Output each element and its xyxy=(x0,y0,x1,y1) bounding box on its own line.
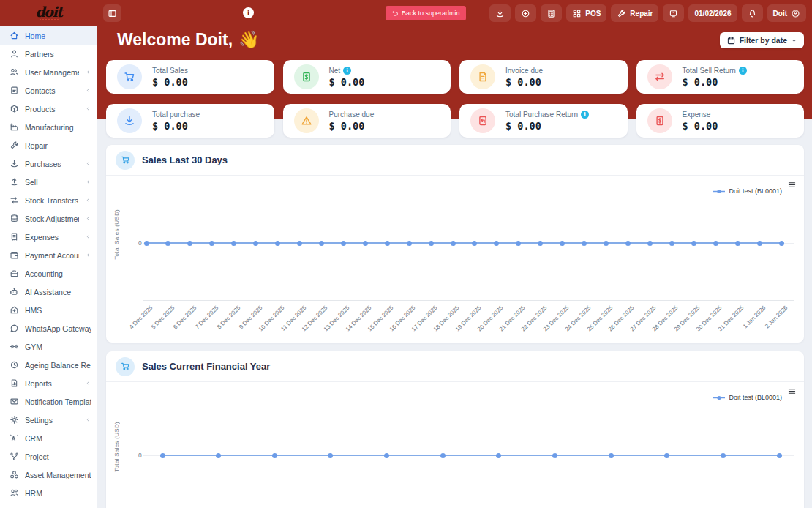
sidebar-item-hrm[interactable]: HRM xyxy=(0,484,97,502)
chevron-left-icon xyxy=(85,252,91,258)
dashboard-page: doit i Back to superadmin POS Repair 01/… xyxy=(0,0,812,508)
gym-icon xyxy=(10,342,19,351)
register-icon xyxy=(669,9,678,18)
data-point xyxy=(604,241,609,246)
sidebar-item-contacts[interactable]: Contacts xyxy=(0,81,97,100)
stat-value: $ 0.00 xyxy=(683,76,747,88)
chevron-left-icon xyxy=(85,69,91,75)
sidebar-item-notification-templates[interactable]: Notification Templates xyxy=(0,392,97,411)
sidebar-item-label: User Management xyxy=(25,68,79,77)
pos-button[interactable]: POS xyxy=(566,4,606,22)
sidebar-item-label: Stock Adjustment xyxy=(25,214,79,223)
calculator-button[interactable] xyxy=(541,4,562,22)
stat-label: Total purchase xyxy=(152,111,200,119)
chart-title: Sales Last 30 Days xyxy=(142,154,228,165)
sidebar-item-label: Contacts xyxy=(25,86,79,95)
x-axis-tick-label: 1 Jan 2026 xyxy=(742,305,767,329)
register-button[interactable] xyxy=(663,4,684,22)
sidebar-item-hms[interactable]: HMS xyxy=(0,301,97,319)
user-menu-button[interactable]: Doit xyxy=(767,4,806,22)
y-axis-tick: 0 xyxy=(138,239,142,247)
chart-card-sales-current-financial-year: Sales Current Financial YearDoit test (B… xyxy=(106,351,804,508)
download-button[interactable] xyxy=(489,4,511,22)
data-point xyxy=(253,241,258,246)
data-point xyxy=(735,241,740,246)
data-point xyxy=(494,241,499,246)
chart-legend[interactable]: Doit test (BL0001) xyxy=(713,187,782,195)
data-point xyxy=(165,241,170,246)
sidebar-item-products[interactable]: Products xyxy=(0,100,97,118)
robot-icon xyxy=(10,287,19,296)
sidebar-item-ai-assistance[interactable]: AI Assistance xyxy=(0,283,97,301)
sidebar-item-whatsapp-gateway[interactable]: WhatsApp Gateway xyxy=(0,319,97,337)
sidebar-item-partners[interactable]: Partners xyxy=(0,45,97,63)
info-icon[interactable]: i xyxy=(581,111,589,119)
chevron-left-icon xyxy=(85,105,91,112)
sidebar-toggle-button[interactable] xyxy=(103,4,121,22)
money-doc-icon xyxy=(294,64,319,89)
info-icon[interactable]: i xyxy=(243,7,254,18)
chart-menu-icon[interactable] xyxy=(787,386,797,396)
sidebar-item-home[interactable]: Home xyxy=(0,26,97,45)
sidebar-item-stock-adjustment[interactable]: Stock Adjustment xyxy=(0,209,97,228)
filter-by-date-button[interactable]: Filter by date xyxy=(720,32,804,48)
sidebar-item-payment-accounts[interactable]: Payment Accounts xyxy=(0,246,97,264)
sidebar-item-settings[interactable]: Settings xyxy=(0,411,97,429)
stat-value: $ 0.00 xyxy=(505,120,589,132)
sidebar-item-purchases[interactable]: Purchases xyxy=(0,154,97,173)
info-icon[interactable]: i xyxy=(739,67,747,75)
sidebar-item-accounting[interactable]: Accounting xyxy=(0,264,97,283)
data-point xyxy=(779,241,784,246)
stat-label: Total Sell Return xyxy=(683,67,736,75)
chevron-left-icon xyxy=(85,380,91,386)
sidebar-item-stock-transfers[interactable]: Stock Transfers xyxy=(0,191,97,209)
app-logo[interactable]: doit xyxy=(0,0,97,26)
sidebar-item-manufacturing[interactable]: Manufacturing xyxy=(0,118,97,136)
chart-menu-icon[interactable] xyxy=(787,180,797,190)
data-point xyxy=(328,453,333,458)
logo-text: doit xyxy=(36,6,62,18)
sidebar-item-gym[interactable]: GYM xyxy=(0,337,97,356)
hrm-icon xyxy=(10,488,19,498)
repair-button[interactable]: Repair xyxy=(611,4,658,22)
chart-legend[interactable]: Doit test (BL0001) xyxy=(713,394,782,401)
add-button[interactable] xyxy=(515,4,536,22)
topbar-actions: POS Repair 01/02/2026 Doit xyxy=(489,4,806,22)
sidebar-item-label: Asset Management xyxy=(25,471,91,479)
stat-label: Purchase due xyxy=(329,111,375,119)
briefcase-icon xyxy=(10,269,19,278)
data-point xyxy=(231,241,236,246)
data-point xyxy=(275,241,280,246)
contact-icon xyxy=(10,86,19,95)
sidebar-item-repair[interactable]: Repair xyxy=(0,136,97,154)
sidebar-item-project[interactable]: Project xyxy=(0,447,97,466)
project-icon xyxy=(10,452,19,461)
wrench-icon xyxy=(10,141,19,150)
stat-card-invoice-due: Invoice due$ 0.00 xyxy=(459,60,628,94)
download-icon xyxy=(495,9,505,18)
sidebar-item-expenses[interactable]: Expenses xyxy=(0,228,97,246)
welcome-text: Welcome Doit, xyxy=(117,30,233,50)
back-to-superadmin-button[interactable]: Back to superadmin xyxy=(386,6,466,20)
date-button[interactable]: 01/02/2026 xyxy=(688,4,737,22)
sidebar-item-ageing-balance-report[interactable]: Ageing Balance Report xyxy=(0,356,97,374)
stat-card-total-purchase: Total purchase$ 0.00 xyxy=(106,104,274,138)
wave-emoji: 👋 xyxy=(238,30,260,50)
report-icon xyxy=(10,378,19,388)
data-point xyxy=(440,453,446,458)
sidebar-item-label: Project xyxy=(25,452,91,461)
box-icon xyxy=(10,104,19,113)
info-icon[interactable]: i xyxy=(343,67,351,75)
data-point xyxy=(209,241,214,246)
grid-icon xyxy=(572,9,582,18)
sidebar-item-sell[interactable]: Sell xyxy=(0,173,97,191)
notifications-button[interactable] xyxy=(742,4,763,22)
sidebar-item-user-management[interactable]: User Management xyxy=(0,63,97,81)
logo-underline xyxy=(40,19,59,20)
filter-by-date-label: Filter by date xyxy=(740,36,787,45)
stat-value: $ 0.00 xyxy=(152,120,200,132)
sidebar-item-asset-management[interactable]: Asset Management xyxy=(0,466,97,484)
sidebar-item-reports[interactable]: Reports xyxy=(0,374,97,392)
sidebar-item-crm[interactable]: CRM xyxy=(0,429,97,447)
wallet-icon xyxy=(10,250,19,260)
